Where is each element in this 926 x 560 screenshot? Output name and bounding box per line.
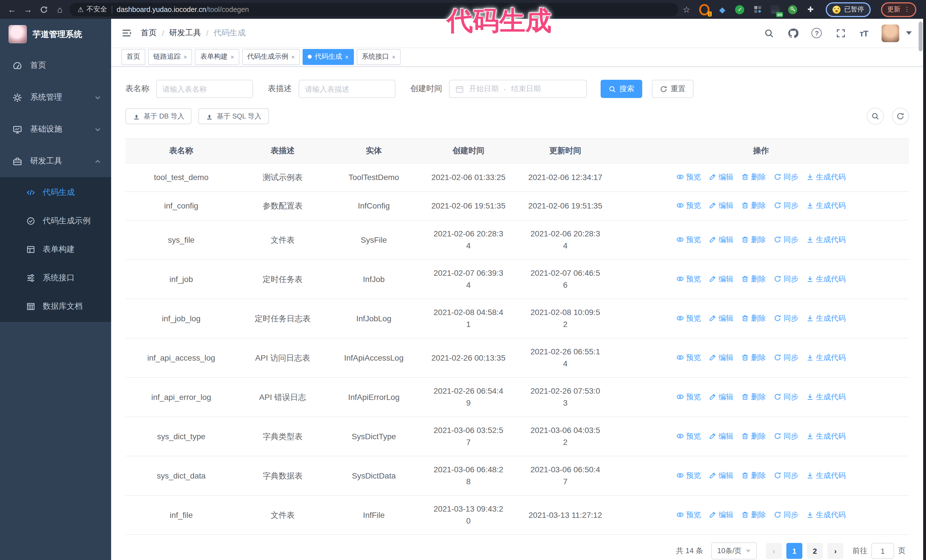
back-icon[interactable]: ← xyxy=(6,3,18,16)
ext-key-icon[interactable] xyxy=(788,4,798,15)
ext-gem-icon[interactable]: ◆ xyxy=(717,4,728,15)
browser-menu-icon[interactable]: ⋮ xyxy=(904,6,910,13)
action-download[interactable]: 生成代码 xyxy=(806,351,846,363)
hamburger-icon[interactable] xyxy=(121,28,132,38)
action-delete[interactable]: 删除 xyxy=(741,430,766,442)
tab-codegen[interactable]: 代码生成× xyxy=(303,49,354,65)
action-sync[interactable]: 同步 xyxy=(774,469,798,481)
tab-tracing[interactable]: 链路追踪× xyxy=(148,49,192,65)
action-edit[interactable]: 编辑 xyxy=(709,171,733,183)
help-icon[interactable]: ? xyxy=(812,28,822,38)
next-page-button[interactable]: › xyxy=(828,543,843,559)
search-icon[interactable] xyxy=(764,28,774,38)
ext-dark-on-icon[interactable]: on xyxy=(770,4,781,15)
table-desc-input[interactable] xyxy=(299,80,395,98)
action-download[interactable]: 生成代码 xyxy=(806,171,846,183)
action-sync[interactable]: 同步 xyxy=(774,509,798,521)
close-icon[interactable]: × xyxy=(183,53,187,60)
action-download[interactable]: 生成代码 xyxy=(806,469,846,481)
action-edit[interactable]: 编辑 xyxy=(709,430,733,442)
action-download[interactable]: 生成代码 xyxy=(806,391,846,403)
reset-button[interactable]: 重置 xyxy=(652,80,693,98)
home-icon[interactable]: ⌂ xyxy=(54,3,66,16)
forward-icon[interactable]: → xyxy=(22,3,34,16)
sidebar-item-home[interactable]: 首页 xyxy=(0,50,111,82)
action-download[interactable]: 生成代码 xyxy=(806,509,846,521)
breadcrumb-home[interactable]: 首页 xyxy=(141,28,157,38)
reload-icon[interactable] xyxy=(38,3,50,16)
action-sync[interactable]: 同步 xyxy=(774,171,798,183)
close-icon[interactable]: × xyxy=(230,53,234,60)
import-db-button[interactable]: 基于 DB 导入 xyxy=(126,108,192,124)
action-delete[interactable]: 删除 xyxy=(741,312,766,324)
fullscreen-icon[interactable] xyxy=(836,28,846,38)
page-button-2[interactable]: 2 xyxy=(807,543,823,559)
action-delete[interactable]: 删除 xyxy=(741,199,766,211)
ext-orange-icon[interactable]: 1 xyxy=(699,4,710,15)
import-sql-button[interactable]: 基于 SQL 导入 xyxy=(198,108,269,124)
action-eye[interactable]: 预览 xyxy=(676,171,701,183)
search-button[interactable]: 搜索 xyxy=(601,80,642,98)
security-warning[interactable]: ⚠ 不安全 xyxy=(77,5,107,14)
action-eye[interactable]: 预览 xyxy=(676,509,701,521)
github-icon[interactable] xyxy=(788,28,798,38)
font-size-icon[interactable]: тT xyxy=(859,28,868,38)
toggle-search-button[interactable] xyxy=(867,108,884,125)
extension-paused-pill[interactable]: 已暂停 xyxy=(826,2,871,17)
action-delete[interactable]: 删除 xyxy=(741,351,766,363)
date-range-picker[interactable]: 开始日期 - 结束日期 xyxy=(449,80,587,98)
close-icon[interactable]: × xyxy=(345,53,349,60)
address-bar[interactable]: ⚠ 不安全 dashboard.yudao.iocoder.cn/tool/co… xyxy=(70,3,678,16)
action-delete[interactable]: 删除 xyxy=(741,273,766,285)
page-button-1[interactable]: 1 xyxy=(787,543,802,559)
action-eye[interactable]: 预览 xyxy=(676,391,701,403)
page-size-select[interactable]: 10条/页 xyxy=(711,542,757,559)
url-text[interactable]: dashboard.yudao.iocoder.cn/tool/codegen xyxy=(117,5,249,14)
action-edit[interactable]: 编辑 xyxy=(709,312,733,324)
table-name-input[interactable] xyxy=(156,80,253,98)
sidebar-item-system-api[interactable]: 系统接口 xyxy=(0,264,111,292)
action-sync[interactable]: 同步 xyxy=(774,351,798,363)
ext-puzzle-icon[interactable]: ✚ xyxy=(805,4,816,15)
sidebar-item-db-doc[interactable]: 数据库文档 xyxy=(0,292,111,321)
action-eye[interactable]: 预览 xyxy=(676,199,701,211)
sidebar-item-system[interactable]: 系统管理 xyxy=(0,82,111,113)
scrollbar-thumb[interactable] xyxy=(918,22,923,51)
action-download[interactable]: 生成代码 xyxy=(806,430,846,442)
sidebar-item-infra[interactable]: 基础设施 xyxy=(0,113,111,145)
action-edit[interactable]: 编辑 xyxy=(709,233,733,245)
action-sync[interactable]: 同步 xyxy=(774,391,798,403)
action-eye[interactable]: 预览 xyxy=(676,430,701,442)
action-eye[interactable]: 预览 xyxy=(676,469,701,481)
action-sync[interactable]: 同步 xyxy=(774,273,798,285)
action-edit[interactable]: 编辑 xyxy=(709,469,733,481)
action-edit[interactable]: 编辑 xyxy=(709,351,733,363)
action-eye[interactable]: 预览 xyxy=(676,312,701,324)
action-delete[interactable]: 删除 xyxy=(741,171,766,183)
action-download[interactable]: 生成代码 xyxy=(806,273,846,285)
app-logo-row[interactable]: 芋道管理系统 xyxy=(0,19,111,50)
action-sync[interactable]: 同步 xyxy=(774,233,798,245)
tab-home[interactable]: 首页 xyxy=(121,49,145,65)
action-download[interactable]: 生成代码 xyxy=(806,312,846,324)
ext-check-icon[interactable]: ✓ xyxy=(735,4,745,15)
action-eye[interactable]: 预览 xyxy=(676,273,701,285)
action-sync[interactable]: 同步 xyxy=(774,430,798,442)
action-edit[interactable]: 编辑 xyxy=(709,509,733,521)
action-download[interactable]: 生成代码 xyxy=(806,233,846,245)
action-download[interactable]: 生成代码 xyxy=(806,199,846,211)
browser-update-button[interactable]: 更新 ⋮ xyxy=(881,2,916,17)
action-delete[interactable]: 删除 xyxy=(741,469,766,481)
action-edit[interactable]: 编辑 xyxy=(709,273,733,285)
goto-page-input[interactable] xyxy=(871,543,894,559)
tab-system-api[interactable]: 系统接口× xyxy=(357,49,401,65)
action-eye[interactable]: 预览 xyxy=(676,233,701,245)
sidebar-item-form-builder[interactable]: 表单构建 xyxy=(0,235,111,264)
action-eye[interactable]: 预览 xyxy=(676,351,701,363)
action-sync[interactable]: 同步 xyxy=(774,199,798,211)
breadcrumb-devtools[interactable]: 研发工具 xyxy=(169,28,201,38)
sidebar-item-codegen-example[interactable]: 代码生成示例 xyxy=(0,207,111,235)
tab-form-builder[interactable]: 表单构建× xyxy=(195,49,239,65)
start-date-placeholder[interactable]: 开始日期 xyxy=(469,84,499,94)
sidebar-item-devtools[interactable]: 研发工具 xyxy=(0,145,111,177)
